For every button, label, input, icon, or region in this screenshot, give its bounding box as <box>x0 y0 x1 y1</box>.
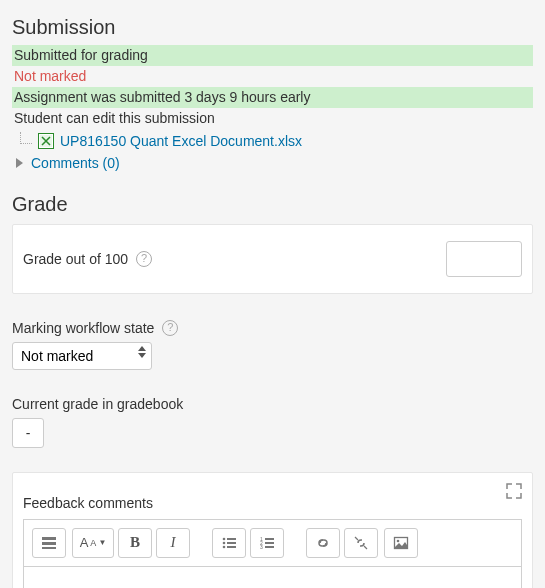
feedback-panel: Feedback comments AA▼ B I <box>12 472 533 588</box>
svg-rect-16 <box>265 546 274 548</box>
tree-branch-icon <box>20 132 32 144</box>
submission-heading: Submission <box>12 16 533 39</box>
excel-file-icon <box>38 133 54 149</box>
svg-rect-6 <box>227 538 236 540</box>
svg-rect-3 <box>42 542 56 545</box>
svg-point-5 <box>223 537 226 540</box>
rich-text-editor: AA▼ B I 123 <box>23 519 522 588</box>
comments-link[interactable]: Comments (0) <box>31 155 120 171</box>
editor-toolbar: AA▼ B I 123 <box>24 520 521 567</box>
svg-point-20 <box>397 539 400 542</box>
chevron-right-icon <box>16 158 23 168</box>
status-not-marked: Not marked <box>12 66 533 87</box>
numbered-list-button[interactable]: 123 <box>250 528 284 558</box>
svg-rect-2 <box>42 537 56 540</box>
svg-rect-10 <box>227 546 236 548</box>
workflow-state-label: Marking workflow state <box>12 320 154 336</box>
svg-point-9 <box>223 545 226 548</box>
svg-line-17 <box>355 537 358 540</box>
editor-textarea[interactable] <box>24 567 521 588</box>
svg-text:3: 3 <box>260 544 263 550</box>
grade-input[interactable] <box>446 241 522 277</box>
svg-rect-12 <box>265 538 274 540</box>
bullet-list-button[interactable] <box>212 528 246 558</box>
status-editable: Student can edit this submission <box>12 108 533 129</box>
status-timing: Assignment was submitted 3 days 9 hours … <box>12 87 533 108</box>
svg-rect-14 <box>265 542 274 544</box>
status-submitted: Submitted for grading <box>12 45 533 66</box>
current-grade-value: - <box>12 418 44 448</box>
svg-rect-4 <box>42 547 56 549</box>
expand-icon[interactable] <box>506 483 522 502</box>
image-button[interactable] <box>384 528 418 558</box>
svg-rect-8 <box>227 542 236 544</box>
svg-point-7 <box>223 541 226 544</box>
workflow-state-select[interactable]: Not marked <box>12 342 152 370</box>
grade-out-of-label: Grade out of 100 <box>23 251 128 267</box>
help-icon[interactable]: ? <box>136 251 152 267</box>
font-size-button[interactable]: AA▼ <box>72 528 114 558</box>
grade-panel: Grade out of 100 ? <box>12 224 533 294</box>
bold-button[interactable]: B <box>118 528 152 558</box>
toolbar-toggle-icon[interactable] <box>32 528 66 558</box>
submitted-file-row: UP816150 Quant Excel Document.xlsx <box>12 131 533 151</box>
feedback-comments-label: Feedback comments <box>23 495 522 511</box>
submitted-file-link[interactable]: UP816150 Quant Excel Document.xlsx <box>60 133 302 149</box>
link-button[interactable] <box>306 528 340 558</box>
italic-button[interactable]: I <box>156 528 190 558</box>
svg-line-18 <box>364 546 367 549</box>
unlink-button[interactable] <box>344 528 378 558</box>
help-icon[interactable]: ? <box>162 320 178 336</box>
grade-heading: Grade <box>12 193 533 216</box>
comments-toggle[interactable]: Comments (0) <box>12 151 533 171</box>
current-grade-label: Current grade in gradebook <box>12 396 183 412</box>
